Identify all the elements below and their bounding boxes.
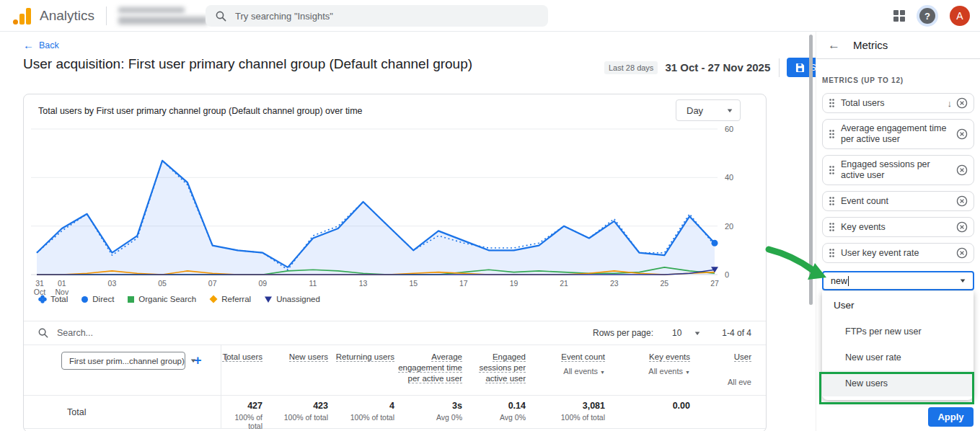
metric-chip[interactable]: User key event rate	[822, 243, 974, 263]
dropdown-option[interactable]: New users	[822, 370, 974, 396]
svg-text:19: 19	[510, 279, 518, 288]
panel-back-arrow-icon[interactable]: ←	[828, 38, 840, 53]
dropdown-option[interactable]: New user rate	[822, 345, 974, 370]
remove-metric-icon[interactable]	[956, 97, 968, 109]
analytics-app: Analytics Try searching "Insights" ? A ←…	[0, 0, 980, 431]
table-search-input[interactable]: Search...	[57, 328, 93, 338]
interval-dropdown[interactable]: Day ▼	[676, 99, 741, 121]
sorted-metric-icon: ↓	[948, 98, 953, 109]
metric-chip[interactable]: Average engagement time per active user	[822, 119, 974, 149]
metric-chip[interactable]: Key events	[822, 217, 974, 237]
column-label[interactable]: Returning users	[336, 352, 394, 362]
column-header[interactable]: Key eventsAll events ▼	[606, 345, 692, 395]
drag-handle-icon[interactable]	[829, 196, 835, 206]
dropdown-group-label: User	[822, 291, 974, 319]
legend-item[interactable]: Unassigned	[264, 295, 320, 303]
dimension-selector-value: First user prim...channel group)	[69, 357, 185, 365]
svg-text:01: 01	[58, 279, 66, 288]
metric-search-input[interactable]: new ▼	[822, 271, 974, 290]
column-header[interactable]: New users	[264, 345, 330, 395]
drag-handle-icon[interactable]	[829, 129, 835, 139]
search-placeholder: Try searching "Insights"	[235, 11, 333, 22]
totals-cell: 0.00	[606, 396, 692, 428]
metric-search-value: new	[831, 276, 847, 286]
rows-per-page-value[interactable]: 10	[672, 328, 681, 338]
date-range-value[interactable]: 31 Oct - 27 Nov 2025	[665, 61, 770, 74]
legend-item[interactable]: Organic Search	[127, 295, 196, 303]
remove-metric-icon[interactable]	[956, 195, 968, 207]
header-divider	[106, 6, 107, 25]
metric-chip[interactable]: Total users↓	[822, 93, 974, 113]
totals-label: Total	[24, 396, 221, 428]
remove-metric-icon[interactable]	[956, 221, 968, 233]
drag-handle-icon[interactable]	[829, 222, 835, 232]
rows-per-page-caret-icon[interactable]: ▼	[694, 330, 702, 337]
unassigned-triangle-marker	[264, 296, 273, 303]
text-cursor	[848, 276, 849, 286]
logo-bar-tall	[26, 8, 31, 25]
drag-handle-icon[interactable]	[829, 98, 835, 108]
column-header[interactable]: UserAll eve	[692, 345, 753, 395]
date-range-type[interactable]: Last 28 days	[604, 61, 658, 74]
legend-item[interactable]: Total	[38, 295, 68, 303]
column-header[interactable]: Returning users	[330, 345, 396, 395]
table-header-row: First user prim...channel group) ▼ + ↓To…	[24, 345, 766, 396]
column-header[interactable]: Event countAll events ▼	[527, 345, 606, 395]
search-icon	[216, 11, 226, 22]
metric-input-caret-icon: ▼	[958, 277, 966, 284]
vertical-scrollbar[interactable]	[809, 35, 813, 305]
totals-cell: 0.14Avg 0%	[464, 396, 527, 428]
metric-chip[interactable]: Event count	[822, 191, 974, 211]
dimension-selector[interactable]: First user prim...channel group) ▼	[61, 352, 185, 370]
svg-text:60: 60	[725, 125, 733, 133]
back-arrow-icon: ←	[23, 39, 34, 51]
back-link[interactable]: ← Back	[23, 39, 59, 51]
remove-metric-icon[interactable]	[956, 128, 968, 140]
remove-metric-icon[interactable]	[956, 247, 968, 259]
direct-circle-marker	[81, 296, 89, 303]
property-text-redacted	[118, 17, 208, 25]
column-label[interactable]: Event count	[561, 352, 605, 362]
legend-item[interactable]: Referral	[209, 295, 251, 303]
column-label[interactable]: Engaged sessions per active user	[479, 352, 526, 383]
help-icon[interactable]: ?	[919, 8, 935, 24]
column-header[interactable]: ↓Total users	[221, 345, 264, 395]
svg-text:07: 07	[208, 279, 217, 288]
apply-button[interactable]: Apply	[928, 407, 974, 427]
svg-text:17: 17	[459, 279, 468, 288]
drag-handle-icon[interactable]	[829, 165, 835, 175]
avatar[interactable]: A	[950, 6, 970, 26]
column-label[interactable]: New users	[289, 352, 328, 362]
remove-metric-icon[interactable]	[956, 164, 968, 176]
drag-handle-icon[interactable]	[829, 248, 835, 258]
sort-descending-icon[interactable]: ↓	[224, 351, 229, 362]
column-filter[interactable]: All events ▼	[606, 366, 690, 378]
metric-chip-label: User key event rate	[841, 248, 952, 259]
metric-dropdown-list: User FTPs per new userNew user rateNew u…	[822, 291, 974, 400]
account-switcher[interactable]	[117, 5, 211, 27]
column-label[interactable]: Average engagement time per active user	[398, 352, 462, 383]
timeseries-chart: 020406031Oct01Nov03050709111315171921232…	[31, 123, 752, 299]
global-search-input[interactable]: Try searching "Insights"	[206, 5, 548, 27]
metric-chip[interactable]: Engaged sessions per active user	[822, 155, 974, 185]
metrics-section-label: METRICS (UP TO 12)	[822, 76, 980, 84]
column-header[interactable]: Average engagement time per active user	[396, 345, 464, 395]
column-filter[interactable]: All eve	[692, 377, 751, 388]
column-header[interactable]: Engaged sessions per active user	[464, 345, 527, 395]
column-label[interactable]: User	[734, 352, 751, 362]
totals-cell	[692, 396, 753, 428]
apps-grid-icon[interactable]	[893, 10, 905, 22]
totals-cell: 3sAvg 0%	[396, 396, 464, 428]
column-label[interactable]: Key events	[649, 352, 690, 362]
dropdown-option[interactable]: FTPs per new user	[822, 319, 974, 345]
organic-square-marker	[127, 296, 135, 303]
svg-text:23: 23	[610, 279, 619, 288]
metric-chip-label: Key events	[841, 222, 952, 233]
svg-text:13: 13	[359, 279, 368, 288]
report-card: Total users by First user primary channe…	[23, 94, 767, 431]
legend-item[interactable]: Direct	[81, 295, 114, 303]
analytics-logo[interactable]: Analytics	[13, 7, 94, 25]
column-filter[interactable]: All events ▼	[527, 366, 605, 378]
svg-text:21: 21	[560, 279, 568, 288]
totals-cell: 3,081100% of total	[527, 396, 606, 428]
